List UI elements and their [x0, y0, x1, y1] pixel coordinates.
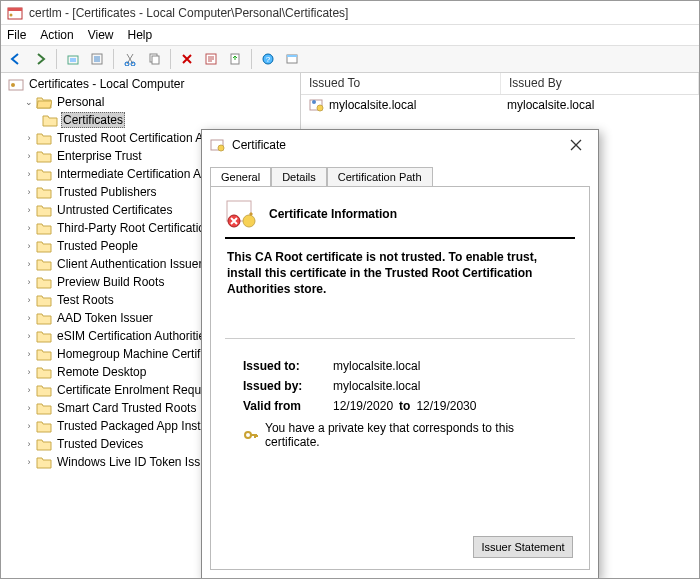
- expand-icon[interactable]: ›: [23, 438, 35, 450]
- tree-personal-label: Personal: [55, 95, 106, 109]
- window-title: certlm - [Certificates - Local Computer\…: [29, 6, 348, 20]
- info-header: Certificate Information: [225, 197, 575, 237]
- expand-icon[interactable]: ›: [23, 348, 35, 360]
- svg-point-25: [218, 145, 224, 151]
- folder-icon: [36, 347, 52, 361]
- tree-item-label: Untrusted Certificates: [55, 203, 174, 217]
- folder-icon: [36, 383, 52, 397]
- issued-to-row: Issued to: mylocalsite.local: [243, 359, 571, 373]
- tree-item-label: Trusted Packaged App Instal: [55, 419, 212, 433]
- expand-icon[interactable]: ›: [23, 204, 35, 216]
- tree-item-label: eSIM Certification Authorities: [55, 329, 213, 343]
- expand-icon[interactable]: ›: [23, 384, 35, 396]
- expand-icon[interactable]: ›: [23, 222, 35, 234]
- toolbar-separator: [56, 49, 57, 69]
- expand-icon[interactable]: ›: [23, 420, 35, 432]
- issued-to-label: Issued to:: [243, 359, 333, 373]
- tree-personal-certs[interactable]: Certificates: [1, 111, 300, 129]
- tab-details[interactable]: Details: [271, 167, 327, 187]
- close-button[interactable]: [562, 134, 590, 156]
- folder-icon: [36, 419, 52, 433]
- folder-icon: [36, 131, 52, 145]
- certificate-icon: [309, 97, 325, 113]
- back-button[interactable]: [5, 48, 27, 70]
- folder-icon: [36, 185, 52, 199]
- tab-certification-path[interactable]: Certification Path: [327, 167, 433, 187]
- expand-icon[interactable]: ›: [23, 186, 35, 198]
- valid-to-value: 12/19/2030: [416, 399, 476, 413]
- svg-point-2: [10, 13, 13, 16]
- svg-point-20: [11, 83, 15, 87]
- cut-button[interactable]: [119, 48, 141, 70]
- tree-item-label: Remote Desktop: [55, 365, 148, 379]
- expand-icon[interactable]: ›: [23, 240, 35, 252]
- menu-file[interactable]: File: [7, 28, 26, 42]
- options-button[interactable]: [281, 48, 303, 70]
- issued-by-label: Issued by:: [243, 379, 333, 393]
- svg-rect-18: [287, 55, 297, 57]
- folder-icon: [36, 257, 52, 271]
- folder-icon: [36, 221, 52, 235]
- tree-personal-certs-label: Certificates: [61, 112, 125, 128]
- dialog-footer: Issuer Statement: [225, 531, 575, 563]
- dialog-body: Certificate Information This CA Root cer…: [210, 186, 590, 570]
- expand-icon[interactable]: ›: [23, 402, 35, 414]
- tree-root-label: Certificates - Local Computer: [27, 77, 186, 91]
- folder-icon: [36, 239, 52, 253]
- column-issued-by[interactable]: Issued By: [501, 73, 699, 94]
- tab-general[interactable]: General: [210, 167, 271, 186]
- list-header: Issued To Issued By: [301, 73, 699, 95]
- issued-to-value: mylocalsite.local: [333, 359, 420, 373]
- tree-item-label: Preview Build Roots: [55, 275, 166, 289]
- expand-icon[interactable]: ›: [23, 132, 35, 144]
- collapse-icon[interactable]: ⌄: [23, 96, 35, 108]
- tree-item-label: Windows Live ID Token Issue: [55, 455, 216, 469]
- private-key-text: You have a private key that corresponds …: [265, 421, 571, 449]
- tree-item-label: Client Authentication Issuers: [55, 257, 210, 271]
- expand-icon[interactable]: ›: [23, 168, 35, 180]
- dialog-titlebar[interactable]: Certificate: [202, 130, 598, 160]
- help-button[interactable]: ?: [257, 48, 279, 70]
- refresh-button[interactable]: [200, 48, 222, 70]
- expand-icon[interactable]: ›: [23, 456, 35, 468]
- issued-by-value: mylocalsite.local: [333, 379, 420, 393]
- menu-view[interactable]: View: [88, 28, 114, 42]
- cert-store-icon: [8, 77, 24, 91]
- expand-icon[interactable]: ›: [23, 294, 35, 306]
- info-heading: Certificate Information: [269, 207, 397, 221]
- properties-button[interactable]: [86, 48, 108, 70]
- tree-item-label: Homegroup Machine Certifi: [55, 347, 205, 361]
- folder-icon: [36, 293, 52, 307]
- expand-icon[interactable]: ›: [23, 276, 35, 288]
- tree-item-label: Enterprise Trust: [55, 149, 144, 163]
- forward-button[interactable]: [29, 48, 51, 70]
- folder-icon: [36, 203, 52, 217]
- valid-from-label: Valid from: [243, 399, 333, 413]
- delete-button[interactable]: [176, 48, 198, 70]
- app-icon: [7, 5, 23, 21]
- expand-icon[interactable]: ›: [23, 258, 35, 270]
- tree-personal[interactable]: ⌄ Personal: [1, 93, 300, 111]
- up-button[interactable]: [62, 48, 84, 70]
- column-issued-to[interactable]: Issued To: [301, 73, 501, 94]
- expand-icon[interactable]: ›: [23, 312, 35, 324]
- tree-root[interactable]: Certificates - Local Computer: [1, 75, 300, 93]
- folder-icon: [36, 401, 52, 415]
- export-button[interactable]: [224, 48, 246, 70]
- issuer-statement-button[interactable]: Issuer Statement: [473, 536, 573, 558]
- content-area: Certificates - Local Computer ⌄ Personal…: [1, 73, 699, 578]
- menu-action[interactable]: Action: [40, 28, 73, 42]
- divider: [225, 237, 575, 239]
- expand-icon[interactable]: ›: [23, 330, 35, 342]
- expand-icon[interactable]: ›: [23, 366, 35, 378]
- issued-by-row: Issued by: mylocalsite.local: [243, 379, 571, 393]
- folder-icon: [36, 149, 52, 163]
- svg-point-23: [312, 100, 316, 104]
- toolbar: ?: [1, 45, 699, 73]
- list-row[interactable]: mylocalsite.local mylocalsite.local: [301, 95, 699, 115]
- key-icon: [243, 427, 259, 443]
- cell-issued-to: mylocalsite.local: [329, 98, 507, 112]
- menu-help[interactable]: Help: [128, 28, 153, 42]
- copy-button[interactable]: [143, 48, 165, 70]
- expand-icon[interactable]: ›: [23, 150, 35, 162]
